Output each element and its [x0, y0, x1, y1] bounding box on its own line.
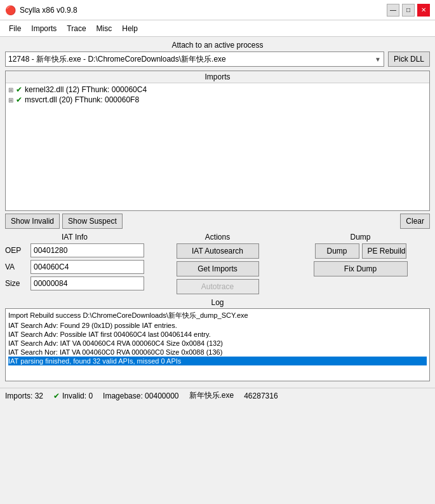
- log-line-selected[interactable]: IAT parsing finished, found 32 valid API…: [8, 357, 427, 365]
- imagebase-status: Imagebase: 00400000: [103, 392, 178, 400]
- dump-panel: Dump Dump PE Rebuild Fix Dump: [291, 233, 430, 294]
- menu-trace[interactable]: Trace: [62, 23, 91, 34]
- imports-list[interactable]: ⊞ ✔ kernel32.dll (12) FThunk: 000060C4 ⊞…: [6, 83, 429, 210]
- main-content: Attach to an active process 12748 - 新年快乐…: [0, 37, 435, 388]
- app-icon: 🔴: [5, 5, 16, 15]
- close-button[interactable]: ✕: [417, 4, 430, 17]
- check-icon: ✔: [16, 85, 22, 94]
- import-item[interactable]: ⊞ ✔ kernel32.dll (12) FThunk: 000060C4: [8, 85, 427, 95]
- import-item-label: kernel32.dll (12) FThunk: 000060C4: [25, 85, 147, 94]
- filename-status: 新年快乐.exe: [189, 390, 234, 401]
- pe-rebuild-button[interactable]: PE Rebuild: [362, 243, 406, 259]
- imports-count: Imports: 32: [5, 392, 43, 400]
- iat-info-label: IAT Info: [5, 233, 144, 242]
- check-icon: ✔: [53, 392, 60, 400]
- invalid-status: ✔ Invalid: 0: [53, 392, 93, 400]
- extra-status: 46287316: [244, 392, 278, 400]
- expand-icon: ⊞: [8, 86, 13, 93]
- log-line: IAT Search Adv: IAT VA 004060C4 RVA 0000…: [8, 339, 427, 348]
- imports-section: Imports ⊞ ✔ kernel32.dll (12) FThunk: 00…: [5, 71, 430, 211]
- iat-autosearch-button[interactable]: IAT Autosearch: [177, 243, 259, 259]
- dump-label: Dump: [350, 233, 370, 242]
- import-item-label: msvcrt.dll (20) FThunk: 000060F8: [25, 95, 139, 104]
- filename-value: 新年快乐.exe: [189, 390, 234, 401]
- actions-label: Actions: [205, 233, 230, 242]
- fix-dump-button[interactable]: Fix Dump: [314, 261, 408, 276]
- expand-icon: ⊞: [8, 97, 13, 104]
- buttons-row: Show Invalid Show Suspect Clear: [5, 214, 430, 229]
- log-section: Log Import Rebuild success D:\ChromeCore…: [5, 298, 430, 381]
- dump-button[interactable]: Dump: [315, 243, 359, 259]
- extra-value: 46287316: [244, 392, 278, 400]
- imagebase-value: Imagebase: 00400000: [103, 392, 178, 400]
- check-icon: ✔: [16, 95, 22, 104]
- imports-status: Imports: 32: [5, 392, 43, 400]
- size-input[interactable]: [30, 276, 144, 290]
- process-combo-value: 12748 - 新年快乐.exe - D:\ChromeCoreDownload…: [8, 54, 226, 65]
- pick-dll-button[interactable]: Pick DLL: [388, 51, 430, 67]
- menu-imports[interactable]: Imports: [26, 23, 62, 34]
- minimize-button[interactable]: —: [387, 4, 399, 17]
- oep-input[interactable]: [30, 243, 144, 257]
- oep-row: OEP: [5, 243, 144, 257]
- three-panels: IAT Info OEP VA Size Actions IAT Autosea…: [5, 233, 430, 294]
- dump-btns-row: Dump PE Rebuild: [315, 243, 406, 259]
- menu-misc[interactable]: Misc: [91, 23, 117, 34]
- menu-file[interactable]: File: [4, 23, 26, 34]
- size-row: Size: [5, 276, 144, 290]
- size-label: Size: [5, 279, 28, 288]
- show-invalid-button[interactable]: Show Invalid: [5, 214, 60, 229]
- import-item[interactable]: ⊞ ✔ msvcrt.dll (20) FThunk: 000060F8: [8, 95, 427, 105]
- log-label: Log: [5, 298, 430, 307]
- menu-help[interactable]: Help: [117, 23, 143, 34]
- status-bar: Imports: 32 ✔ Invalid: 0 Imagebase: 0040…: [0, 388, 435, 403]
- iat-info-panel: IAT Info OEP VA Size: [5, 233, 144, 294]
- process-combo[interactable]: 12748 - 新年快乐.exe - D:\ChromeCoreDownload…: [5, 51, 384, 67]
- attach-row: 12748 - 新年快乐.exe - D:\ChromeCoreDownload…: [5, 51, 430, 67]
- clear-button[interactable]: Clear: [400, 214, 430, 229]
- attach-label: Attach to an active process: [5, 41, 430, 50]
- show-suspect-button[interactable]: Show Suspect: [62, 214, 123, 229]
- log-line: IAT Search Adv: Found 29 (0x1D) possible…: [8, 321, 427, 330]
- log-line: Import Rebuild success D:\ChromeCoreDown…: [8, 310, 427, 321]
- log-box[interactable]: Import Rebuild success D:\ChromeCoreDown…: [5, 308, 430, 381]
- va-label: VA: [5, 262, 28, 271]
- va-input[interactable]: [30, 260, 144, 274]
- autotrace-button[interactable]: Autotrace: [177, 279, 259, 294]
- log-line: IAT Search Nor: IAT VA 004060C0 RVA 0000…: [8, 348, 427, 357]
- imports-header: Imports: [6, 71, 429, 83]
- get-imports-button[interactable]: Get Imports: [177, 261, 259, 276]
- menu-bar: File Imports Trace Misc Help: [0, 20, 435, 37]
- maximize-button[interactable]: □: [402, 4, 415, 17]
- app-title: Scylla x86 v0.9.8: [20, 6, 77, 15]
- actions-panel: Actions IAT Autosearch Get Imports Autot…: [148, 233, 287, 294]
- va-row: VA: [5, 260, 144, 274]
- title-bar: 🔴 Scylla x86 v0.9.8 — □ ✕: [0, 0, 435, 20]
- combo-arrow-icon: ▼: [375, 56, 381, 63]
- log-line: IAT Search Adv: Possible IAT first 00406…: [8, 330, 427, 339]
- invalid-count: Invalid: 0: [62, 392, 93, 400]
- oep-label: OEP: [5, 246, 28, 255]
